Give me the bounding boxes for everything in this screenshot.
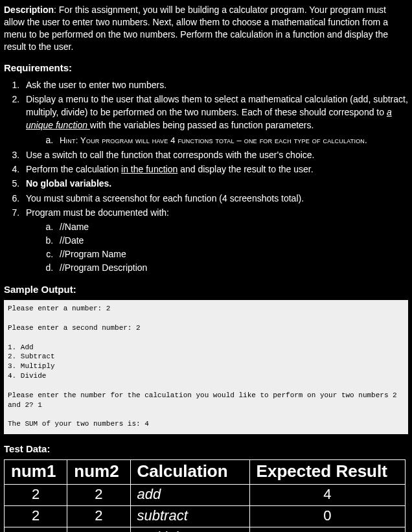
requirement-2-sublist: Hint: Your program will have 4 functions…	[56, 133, 408, 147]
cell-num1: 2	[5, 506, 67, 527]
cell-calc: multiply	[130, 527, 249, 532]
description-paragraph: Description: For this assignment, you wi…	[4, 4, 408, 53]
sample-line-2: Please enter a second number: 2	[8, 324, 141, 332]
sample-output-heading: Sample Output:	[4, 284, 408, 295]
requirement-4: Perform the calculation in the function …	[22, 163, 408, 176]
sample-menu-2: 2. Subtract	[8, 353, 55, 360]
description-label: Description	[4, 5, 54, 15]
test-data-heading: Test Data:	[4, 443, 408, 454]
cell-calc: add	[130, 485, 249, 506]
cell-num2: 2	[67, 506, 130, 527]
sample-result: The SUM of your two numbers is: 4	[8, 420, 149, 428]
sample-output-box: Please enter a number: 2 Please enter a …	[4, 300, 408, 434]
cell-expected: 0	[249, 506, 405, 527]
table-row: 2 2 subtract 0	[5, 506, 406, 527]
requirement-6: You must submit a screenshot for each fu…	[22, 192, 408, 205]
table-row: 2 2 add 4	[5, 485, 406, 506]
emphasis-in-the-function: in the function	[121, 164, 177, 174]
cell-num1: 2	[5, 527, 67, 532]
requirement-1: Ask the user to enter two numbers.	[22, 78, 408, 91]
table-row: 2 2 multiply 4	[5, 527, 406, 532]
sample-prompt: Please enter the number for the calculat…	[8, 391, 401, 409]
doc-date: //Date	[56, 234, 408, 248]
description-text: For this assignment, you will be buildin…	[4, 5, 388, 52]
sample-menu-4: 4. Divide	[8, 372, 46, 380]
cell-num2: 2	[67, 485, 130, 506]
sample-menu-3: 3. Multiply	[8, 362, 55, 370]
col-num1: num1	[5, 460, 67, 485]
requirement-5: No global variables.	[22, 177, 408, 190]
cell-calc: subtract	[130, 506, 249, 527]
cell-num2: 2	[67, 527, 130, 532]
requirements-heading: Requirements:	[4, 62, 408, 73]
requirement-2-hint: Hint: Your program will have 4 functions…	[56, 133, 408, 147]
requirement-2: Display a menu to the user that allows t…	[22, 93, 408, 147]
cell-expected: 4	[249, 527, 405, 532]
requirement-7: Program must be documented with: //Name …	[22, 206, 408, 275]
requirement-3: Use a switch to call the function that c…	[22, 148, 408, 161]
table-header-row: num1 num2 Calculation Expected Result	[5, 460, 406, 485]
col-calculation: Calculation	[130, 460, 249, 485]
doc-name: //Name	[56, 220, 408, 234]
cell-num1: 2	[5, 485, 67, 506]
doc-program-description: //Program Description	[56, 261, 408, 275]
sample-line-1: Please enter a number: 2	[8, 305, 110, 312]
requirements-list: Ask the user to enter two numbers. Displ…	[22, 78, 408, 275]
col-num2: num2	[67, 460, 130, 485]
requirement-7-sublist: //Name //Date //Program Name //Program D…	[56, 220, 408, 275]
sample-menu-1: 1. Add	[8, 343, 34, 351]
cell-expected: 4	[249, 485, 405, 506]
doc-program-name: //Program Name	[56, 248, 408, 261]
test-data-table: num1 num2 Calculation Expected Result 2 …	[4, 459, 406, 532]
col-expected: Expected Result	[249, 460, 405, 485]
